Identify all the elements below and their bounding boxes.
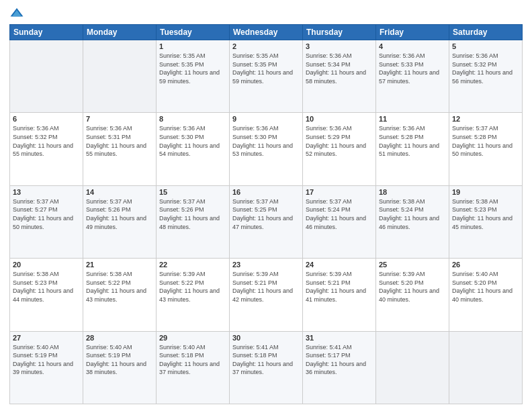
day-info: Sunrise: 5:35 AMSunset: 5:35 PMDaylight:…: [232, 52, 300, 85]
calendar-cell: 24Sunrise: 5:39 AMSunset: 5:21 PMDayligh…: [303, 259, 376, 331]
day-number: 6: [13, 115, 80, 123]
day-info: Sunrise: 5:36 AMSunset: 5:34 PMDaylight:…: [306, 52, 373, 85]
day-info: Sunrise: 5:36 AMSunset: 5:32 PMDaylight:…: [452, 52, 519, 85]
day-info: Sunrise: 5:37 AMSunset: 5:26 PMDaylight:…: [86, 197, 153, 231]
calendar-cell: 15Sunrise: 5:37 AMSunset: 5:26 PMDayligh…: [157, 185, 230, 258]
day-info: Sunrise: 5:39 AMSunset: 5:22 PMDaylight:…: [159, 270, 226, 304]
calendar-cell: 26Sunrise: 5:40 AMSunset: 5:20 PMDayligh…: [449, 259, 523, 331]
day-number: 19: [452, 188, 519, 196]
day-info: Sunrise: 5:40 AMSunset: 5:19 PMDaylight:…: [86, 343, 153, 377]
day-info: Sunrise: 5:36 AMSunset: 5:30 PMDaylight:…: [232, 124, 300, 158]
calendar-week-row: 20Sunrise: 5:38 AMSunset: 5:23 PMDayligh…: [10, 259, 523, 331]
calendar-cell: [83, 40, 157, 113]
calendar-cell: 23Sunrise: 5:39 AMSunset: 5:21 PMDayligh…: [230, 259, 303, 331]
calendar-cell: 1Sunrise: 5:35 AMSunset: 5:35 PMDaylight…: [157, 40, 230, 113]
logo: [9, 7, 27, 19]
day-info: Sunrise: 5:37 AMSunset: 5:24 PMDaylight:…: [306, 197, 373, 231]
calendar-cell: 25Sunrise: 5:39 AMSunset: 5:20 PMDayligh…: [376, 259, 449, 331]
calendar-cell: 31Sunrise: 5:41 AMSunset: 5:17 PMDayligh…: [303, 331, 376, 404]
calendar-cell: 16Sunrise: 5:37 AMSunset: 5:25 PMDayligh…: [230, 185, 303, 258]
day-number: 4: [379, 42, 446, 50]
day-info: Sunrise: 5:38 AMSunset: 5:23 PMDaylight:…: [452, 197, 519, 231]
day-info: Sunrise: 5:36 AMSunset: 5:30 PMDaylight:…: [159, 124, 226, 158]
calendar-cell: 29Sunrise: 5:40 AMSunset: 5:18 PMDayligh…: [157, 331, 230, 404]
day-info: Sunrise: 5:36 AMSunset: 5:29 PMDaylight:…: [306, 124, 373, 158]
calendar-cell: 18Sunrise: 5:38 AMSunset: 5:24 PMDayligh…: [376, 185, 449, 258]
day-number: 7: [86, 115, 153, 123]
day-info: Sunrise: 5:39 AMSunset: 5:21 PMDaylight:…: [232, 270, 300, 304]
day-info: Sunrise: 5:37 AMSunset: 5:25 PMDaylight:…: [232, 197, 300, 231]
day-number: 22: [159, 261, 226, 269]
day-info: Sunrise: 5:36 AMSunset: 5:31 PMDaylight:…: [86, 124, 153, 158]
day-number: 15: [159, 188, 226, 196]
day-number: 18: [379, 188, 446, 196]
day-number: 11: [379, 115, 446, 123]
day-info: Sunrise: 5:36 AMSunset: 5:33 PMDaylight:…: [379, 52, 446, 85]
day-number: 21: [86, 261, 153, 269]
day-info: Sunrise: 5:39 AMSunset: 5:21 PMDaylight:…: [306, 270, 373, 304]
day-number: 20: [13, 261, 80, 269]
calendar-week-row: 1Sunrise: 5:35 AMSunset: 5:35 PMDaylight…: [10, 40, 523, 113]
calendar-cell: 4Sunrise: 5:36 AMSunset: 5:33 PMDaylight…: [376, 40, 449, 113]
calendar-cell: 5Sunrise: 5:36 AMSunset: 5:32 PMDaylight…: [449, 40, 523, 113]
calendar-cell: 17Sunrise: 5:37 AMSunset: 5:24 PMDayligh…: [303, 185, 376, 258]
day-number: 25: [379, 261, 446, 269]
weekday-header: Saturday: [449, 25, 523, 40]
day-number: 8: [159, 115, 226, 123]
calendar-cell: [449, 331, 523, 404]
day-info: Sunrise: 5:40 AMSunset: 5:20 PMDaylight:…: [452, 270, 519, 304]
weekday-header-row: SundayMondayTuesdayWednesdayThursdayFrid…: [10, 25, 523, 40]
calendar-cell: 8Sunrise: 5:36 AMSunset: 5:30 PMDaylight…: [157, 113, 230, 185]
day-number: 29: [159, 334, 226, 342]
calendar-body: 1Sunrise: 5:35 AMSunset: 5:35 PMDaylight…: [10, 40, 523, 404]
weekday-header: Sunday: [10, 25, 83, 40]
day-info: Sunrise: 5:41 AMSunset: 5:18 PMDaylight:…: [232, 343, 300, 377]
day-info: Sunrise: 5:38 AMSunset: 5:23 PMDaylight:…: [13, 270, 80, 304]
calendar-cell: 2Sunrise: 5:35 AMSunset: 5:35 PMDaylight…: [230, 40, 303, 113]
calendar-cell: [10, 40, 83, 113]
day-info: Sunrise: 5:37 AMSunset: 5:26 PMDaylight:…: [159, 197, 226, 231]
calendar-week-row: 27Sunrise: 5:40 AMSunset: 5:19 PMDayligh…: [10, 331, 523, 404]
calendar-cell: 12Sunrise: 5:37 AMSunset: 5:28 PMDayligh…: [449, 113, 523, 185]
calendar-cell: 3Sunrise: 5:36 AMSunset: 5:34 PMDaylight…: [303, 40, 376, 113]
day-info: Sunrise: 5:41 AMSunset: 5:17 PMDaylight:…: [306, 343, 373, 377]
day-number: 17: [306, 188, 373, 196]
weekday-header: Wednesday: [230, 25, 303, 40]
day-number: 9: [232, 115, 300, 123]
calendar-cell: [376, 331, 449, 404]
day-number: 12: [452, 115, 519, 123]
day-info: Sunrise: 5:36 AMSunset: 5:32 PMDaylight:…: [13, 124, 80, 158]
day-info: Sunrise: 5:40 AMSunset: 5:18 PMDaylight:…: [159, 343, 226, 377]
header: [9, 7, 523, 19]
day-info: Sunrise: 5:37 AMSunset: 5:28 PMDaylight:…: [452, 124, 519, 158]
calendar-week-row: 6Sunrise: 5:36 AMSunset: 5:32 PMDaylight…: [10, 113, 523, 185]
calendar-cell: 27Sunrise: 5:40 AMSunset: 5:19 PMDayligh…: [10, 331, 83, 404]
logo-text: [9, 7, 27, 19]
day-number: 13: [13, 188, 80, 196]
day-info: Sunrise: 5:38 AMSunset: 5:24 PMDaylight:…: [379, 197, 446, 231]
day-number: 31: [306, 334, 373, 342]
logo-icon: [9, 7, 24, 19]
day-number: 5: [452, 42, 519, 50]
weekday-header: Thursday: [303, 25, 376, 40]
day-number: 23: [232, 261, 300, 269]
calendar-cell: 11Sunrise: 5:36 AMSunset: 5:28 PMDayligh…: [376, 113, 449, 185]
calendar-cell: 19Sunrise: 5:38 AMSunset: 5:23 PMDayligh…: [449, 185, 523, 258]
calendar-cell: 30Sunrise: 5:41 AMSunset: 5:18 PMDayligh…: [230, 331, 303, 404]
calendar-week-row: 13Sunrise: 5:37 AMSunset: 5:27 PMDayligh…: [10, 185, 523, 258]
day-number: 2: [232, 42, 300, 50]
day-number: 10: [306, 115, 373, 123]
calendar-cell: 28Sunrise: 5:40 AMSunset: 5:19 PMDayligh…: [83, 331, 157, 404]
page: SundayMondayTuesdayWednesdayThursdayFrid…: [0, 0, 532, 411]
calendar-cell: 9Sunrise: 5:36 AMSunset: 5:30 PMDaylight…: [230, 113, 303, 185]
day-info: Sunrise: 5:36 AMSunset: 5:28 PMDaylight:…: [379, 124, 446, 158]
day-number: 30: [232, 334, 300, 342]
day-number: 1: [159, 42, 226, 50]
calendar-cell: 7Sunrise: 5:36 AMSunset: 5:31 PMDaylight…: [83, 113, 157, 185]
day-number: 24: [306, 261, 373, 269]
calendar-cell: 10Sunrise: 5:36 AMSunset: 5:29 PMDayligh…: [303, 113, 376, 185]
weekday-header: Friday: [376, 25, 449, 40]
calendar-cell: 22Sunrise: 5:39 AMSunset: 5:22 PMDayligh…: [157, 259, 230, 331]
weekday-header: Tuesday: [157, 25, 230, 40]
day-number: 26: [452, 261, 519, 269]
